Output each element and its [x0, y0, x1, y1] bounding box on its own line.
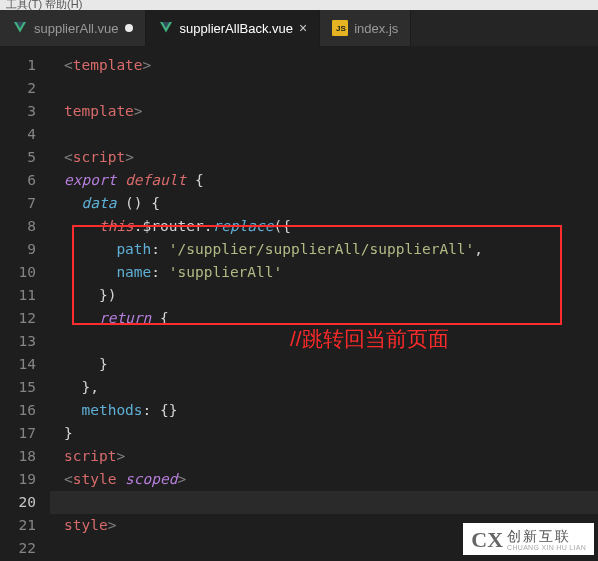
watermark-cn: 创新互联: [507, 530, 586, 544]
tab-indexjs[interactable]: JS index.js: [320, 10, 411, 46]
vue-icon: [12, 20, 28, 36]
menu-bar[interactable]: 工具(T) 帮助(H): [0, 0, 598, 10]
line-number-gutter: 12345678910111213141516171819202122: [0, 46, 50, 561]
watermark-logo: CX: [471, 529, 503, 551]
tab-label: supplierAll.vue: [34, 21, 119, 36]
annotation-text: //跳转回当前页面: [290, 325, 449, 353]
svg-text:JS: JS: [336, 24, 346, 33]
js-icon: JS: [332, 20, 348, 36]
tab-label: supplierAllBack.vue: [180, 21, 293, 36]
tab-supplierall[interactable]: supplierAll.vue: [0, 10, 146, 46]
code-area[interactable]: <template>template><script>export defaul…: [50, 46, 598, 561]
vue-icon: [158, 20, 174, 36]
code-editor[interactable]: 12345678910111213141516171819202122 <tem…: [0, 46, 598, 561]
dirty-dot-icon: [125, 24, 133, 32]
menu-text: 工具(T) 帮助(H): [6, 0, 82, 10]
tab-label: index.js: [354, 21, 398, 36]
tab-bar: supplierAll.vue supplierAllBack.vue × JS…: [0, 10, 598, 46]
watermark: CX 创新互联 CHUANG XIN HU LIAN: [463, 523, 594, 555]
close-icon[interactable]: ×: [299, 20, 307, 36]
watermark-en: CHUANG XIN HU LIAN: [507, 544, 586, 551]
tab-supplierallback[interactable]: supplierAllBack.vue ×: [146, 10, 321, 46]
